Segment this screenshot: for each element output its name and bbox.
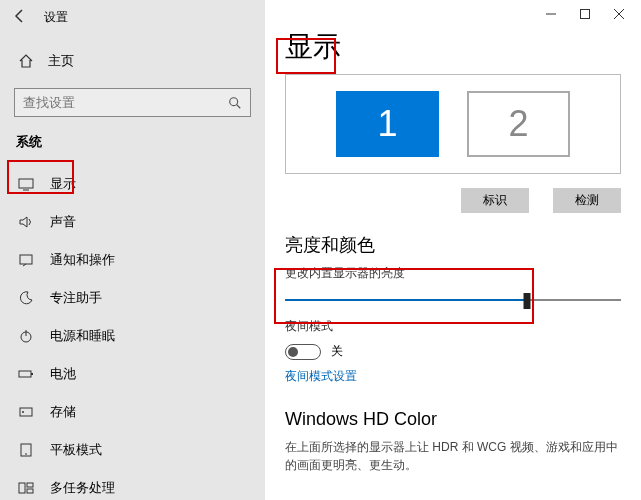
brightness-label: 更改内置显示器的亮度 [285, 265, 621, 282]
speaker-icon [18, 214, 34, 230]
sidebar-item-label: 存储 [50, 403, 76, 421]
monitor-2[interactable]: 2 [467, 91, 570, 157]
sidebar-item-focus[interactable]: 专注助手 [14, 279, 251, 317]
night-light-toggle[interactable] [285, 344, 321, 360]
search-icon [228, 96, 242, 110]
multitask-icon [18, 480, 34, 496]
home-label: 主页 [48, 52, 74, 70]
tablet-icon [18, 442, 34, 458]
monitor-arrangement[interactable]: 1 2 [285, 74, 621, 174]
moon-icon [18, 290, 34, 306]
sidebar-item-storage[interactable]: 存储 [14, 393, 251, 431]
monitor-1[interactable]: 1 [336, 91, 439, 157]
monitor-icon [18, 176, 34, 192]
sidebar-item-label: 电池 [50, 365, 76, 383]
night-light-label: 夜间模式 [285, 318, 621, 335]
close-button[interactable] [611, 6, 627, 22]
sidebar-item-label: 专注助手 [50, 289, 102, 307]
notification-icon [18, 252, 34, 268]
hd-color-title: Windows HD Color [285, 409, 621, 430]
svg-rect-9 [31, 373, 33, 375]
maximize-button[interactable] [577, 6, 593, 22]
section-label: 系统 [14, 133, 251, 151]
svg-rect-2 [19, 179, 33, 188]
svg-rect-14 [19, 483, 25, 493]
svg-point-0 [230, 97, 238, 105]
back-icon[interactable] [12, 8, 30, 26]
sidebar-item-label: 声音 [50, 213, 76, 231]
svg-point-11 [22, 411, 24, 413]
brightness-section-title: 亮度和颜色 [285, 233, 621, 257]
svg-line-1 [237, 104, 241, 108]
app-title: 设置 [44, 9, 68, 26]
svg-rect-8 [19, 371, 31, 377]
sidebar-item-label: 电源和睡眠 [50, 327, 115, 345]
power-icon [18, 328, 34, 344]
sidebar-item-power[interactable]: 电源和睡眠 [14, 317, 251, 355]
page-title: 显示 [285, 28, 341, 66]
storage-icon [18, 404, 34, 420]
sidebar-item-battery[interactable]: 电池 [14, 355, 251, 393]
svg-rect-18 [581, 10, 590, 19]
identify-button[interactable]: 标识 [461, 188, 529, 213]
sidebar-item-label: 显示 [50, 175, 76, 193]
sidebar-item-tablet[interactable]: 平板模式 [14, 431, 251, 469]
sidebar-item-label: 通知和操作 [50, 251, 115, 269]
sidebar-item-multitask[interactable]: 多任务处理 [14, 469, 251, 500]
svg-rect-15 [27, 483, 33, 487]
sidebar-item-label: 多任务处理 [50, 479, 115, 497]
hd-color-desc: 在上面所选择的显示器上让 HDR 和 WCG 视频、游戏和应用中的画面更明亮、更… [285, 438, 621, 474]
home-icon [18, 53, 34, 69]
sidebar-item-display[interactable]: 显示 [14, 165, 251, 203]
brightness-slider[interactable] [285, 290, 621, 310]
search-field[interactable] [23, 95, 213, 110]
home-row[interactable]: 主页 [14, 46, 251, 76]
sidebar-item-sound[interactable]: 声音 [14, 203, 251, 241]
sidebar-item-label: 平板模式 [50, 441, 102, 459]
battery-icon [18, 366, 34, 382]
toggle-state: 关 [331, 343, 343, 360]
detect-button[interactable]: 检测 [553, 188, 621, 213]
search-input[interactable] [14, 88, 251, 117]
svg-rect-4 [20, 255, 32, 264]
svg-rect-10 [20, 408, 32, 416]
svg-rect-16 [27, 489, 33, 493]
sidebar-item-notifications[interactable]: 通知和操作 [14, 241, 251, 279]
minimize-button[interactable] [543, 6, 559, 22]
night-light-settings-link[interactable]: 夜间模式设置 [285, 368, 621, 385]
